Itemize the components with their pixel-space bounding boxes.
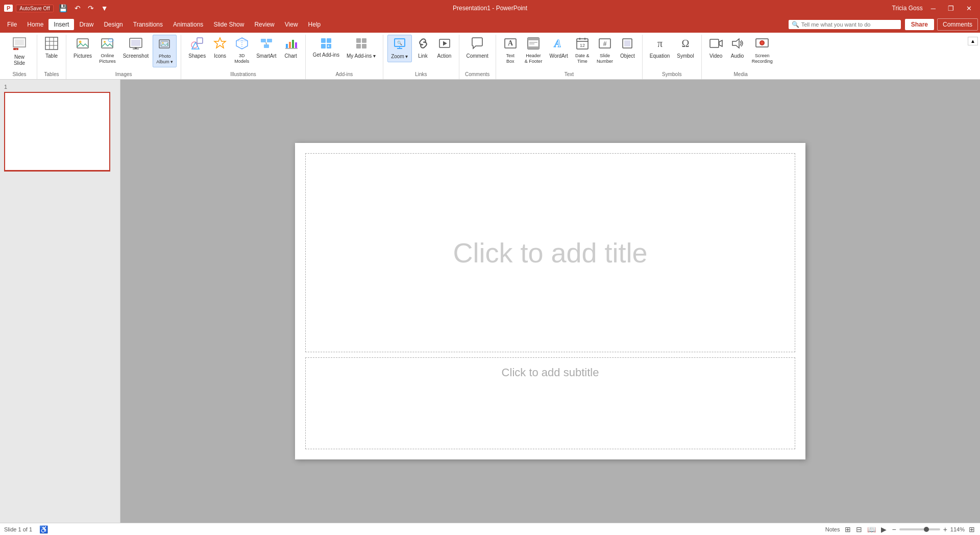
menu-slideshow[interactable]: Slide Show <box>208 19 249 30</box>
slide-red-bar <box>4 170 110 172</box>
svg-rect-38 <box>327 38 331 43</box>
zoom-icon: 🔍 <box>393 37 406 53</box>
chart-button[interactable]: Chart <box>281 35 301 61</box>
photo-album-button[interactable]: PhotoAlbum ▾ <box>153 35 177 67</box>
svg-rect-9 <box>77 39 88 48</box>
menu-home[interactable]: Home <box>22 19 48 30</box>
accessibility-button[interactable]: ♿ <box>38 524 49 534</box>
close-button[interactable]: ✕ <box>962 4 976 13</box>
menu-design[interactable]: Design <box>99 19 128 30</box>
slide-show-button[interactable]: ▶ <box>880 524 888 534</box>
table-button[interactable]: Table <box>41 35 62 61</box>
zoom-area: − + 114% <box>891 524 965 534</box>
slide-number-button[interactable]: # SlideNumber <box>594 35 616 66</box>
video-label: Video <box>709 53 722 59</box>
redo-button[interactable]: ↷ <box>86 3 96 13</box>
new-slide-button[interactable]: + NewSlide <box>6 35 33 68</box>
equation-label: Equation <box>650 53 670 59</box>
comment-button[interactable]: Comment <box>463 35 492 61</box>
zoom-slider[interactable] <box>899 528 940 530</box>
canvas-area[interactable]: Click to add title Click to add subtitle <box>120 80 980 523</box>
svg-rect-15 <box>131 40 140 46</box>
slide-title-area[interactable]: Click to add title <box>305 153 795 352</box>
zoom-out-button[interactable]: − <box>891 524 897 534</box>
save-qat-button[interactable]: 💾 <box>57 3 69 13</box>
screenshot-button[interactable]: Screenshot <box>120 35 152 61</box>
media-group-label: Media <box>706 70 776 79</box>
zoom-button[interactable]: 🔍 Zoom ▾ <box>387 35 411 62</box>
tables-group-label: Tables <box>41 70 62 79</box>
comment-label: Comment <box>467 53 488 59</box>
icons-button[interactable]: Icons <box>210 35 230 61</box>
main-area: 1 Click to add title Click to add subtit… <box>0 80 980 523</box>
menu-review[interactable]: Review <box>249 19 279 30</box>
pictures-button[interactable]: Pictures <box>70 35 95 61</box>
action-button[interactable]: Action <box>434 35 455 61</box>
undo-button[interactable]: ↶ <box>72 3 83 13</box>
menu-help[interactable]: Help <box>303 19 326 30</box>
slide-subtitle-placeholder[interactable]: Click to add subtitle <box>502 366 599 379</box>
video-button[interactable]: Video <box>706 35 726 61</box>
restore-button[interactable]: ❐ <box>944 4 958 13</box>
slide-title-placeholder[interactable]: Click to add title <box>453 237 647 269</box>
minimize-button[interactable]: ─ <box>927 4 940 13</box>
zoom-in-button[interactable]: + <box>942 524 948 534</box>
menu-draw[interactable]: Draw <box>74 19 99 30</box>
notes-button[interactable]: Notes <box>824 525 841 533</box>
text-box-button[interactable]: A TextBox <box>500 35 521 66</box>
ribbon-collapse-button[interactable]: ▲ <box>968 37 978 45</box>
screen-recording-button[interactable]: ScreenRecording <box>749 35 776 66</box>
get-addins-button[interactable]: + Get Add-ins <box>310 35 342 60</box>
date-time-icon: 12 <box>576 37 589 52</box>
normal-view-button[interactable]: ⊞ <box>844 524 852 534</box>
action-icon <box>438 37 451 52</box>
date-time-button[interactable]: 12 Date &Time <box>572 35 593 66</box>
svg-rect-33 <box>289 42 291 48</box>
search-box[interactable]: 🔍 <box>789 20 901 29</box>
status-bar: Slide 1 of 1 ♿ Notes ⊞ ⊟ 📖 ▶ − + 114% ⊞ <box>0 523 980 535</box>
slide-thumbnail[interactable] <box>4 92 110 172</box>
svg-rect-39 <box>321 44 326 48</box>
chart-icon <box>284 37 298 52</box>
comments-button[interactable]: Comments <box>937 18 978 31</box>
equation-button[interactable]: π Equation <box>647 35 673 61</box>
customize-qat-button[interactable]: ▼ <box>99 3 110 13</box>
search-icon: 🔍 <box>792 21 799 28</box>
text-box-label: TextBox <box>506 53 515 64</box>
svg-text:π: π <box>657 38 662 49</box>
fit-slide-button[interactable]: ⊞ <box>968 524 976 534</box>
header-footer-button[interactable]: Header& Footer <box>522 35 546 66</box>
object-button[interactable]: Object <box>617 35 638 61</box>
menu-transitions[interactable]: Transitions <box>128 19 168 30</box>
reading-view-button[interactable]: 📖 <box>866 524 877 534</box>
online-pictures-button[interactable]: OnlinePictures <box>96 35 119 66</box>
slide-sorter-button[interactable]: ⊟ <box>855 524 863 534</box>
menu-file[interactable]: File <box>2 19 22 30</box>
tables-group-items: Table <box>41 35 62 70</box>
wordart-button[interactable]: A WordArt <box>546 35 571 61</box>
menu-animations[interactable]: Animations <box>168 19 208 30</box>
slide-number-icon: # <box>598 37 611 52</box>
ribbon-group-text: A TextBox Header& Footer A WordArt <box>496 35 643 79</box>
shapes-button[interactable]: Shapes <box>185 35 209 61</box>
menu-view[interactable]: View <box>280 19 303 30</box>
share-button[interactable]: Share <box>905 19 934 30</box>
screenshot-icon <box>129 37 142 52</box>
3d-models-button[interactable]: 3DModels <box>231 35 252 66</box>
svg-rect-55 <box>528 46 539 49</box>
autosave-state: Off <box>43 6 50 11</box>
menu-insert[interactable]: Insert <box>48 19 74 30</box>
my-addins-button[interactable]: My Add-ins ▾ <box>344 35 379 61</box>
search-input[interactable] <box>801 21 893 28</box>
svg-marker-72 <box>732 39 739 48</box>
smartart-button[interactable]: SmartArt <box>253 35 279 61</box>
link-button[interactable]: Link <box>413 35 433 61</box>
slide-subtitle-area[interactable]: Click to add subtitle <box>305 357 795 449</box>
symbol-button[interactable]: Ω Symbol <box>674 35 697 61</box>
symbols-group-label: Symbols <box>647 70 697 79</box>
slide-canvas[interactable]: Click to add title Click to add subtitle <box>295 143 805 459</box>
comment-icon <box>471 37 484 52</box>
title-bar: P AutoSave Off 💾 ↶ ↷ ▼ Presentation1 - P… <box>0 0 980 16</box>
audio-button[interactable]: Audio <box>727 35 748 61</box>
media-group-items: Video Audio ScreenRecording <box>706 35 776 70</box>
